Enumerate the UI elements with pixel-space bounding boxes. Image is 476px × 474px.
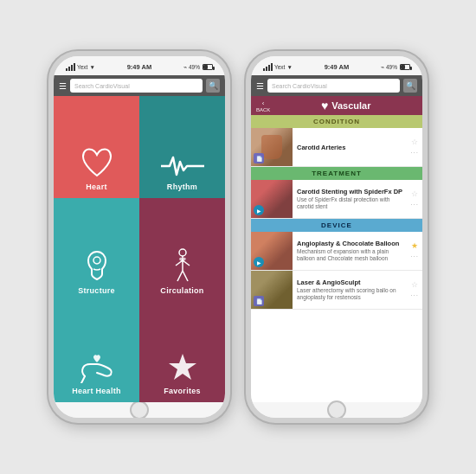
home-status-bar: Yext ▼ 9:49 AM ⌁ 49% [54, 56, 225, 75]
nav-title-area: ♥ Vascular [274, 99, 417, 112]
grid-item-heart[interactable]: Heart [54, 96, 139, 198]
condition-section-header: CONDITION [251, 115, 422, 128]
stenting-title: Carotid Stenting with SpiderFx DP [297, 188, 406, 195]
svg-line-5 [177, 271, 183, 281]
stenting-desc: Use of SpiderFx distal protection with c… [297, 196, 406, 211]
list-item-angioplasty[interactable]: ▶ Angioplasty & Chocolate Balloon Mechan… [251, 232, 422, 271]
nav-title: Vascular [331, 100, 370, 111]
circulation-label: Circulation [160, 286, 203, 295]
detail-hamburger-icon[interactable]: ☰ [256, 81, 264, 91]
carotid-content: Carotid Arteries [293, 140, 410, 155]
detail-phone-bottom [251, 402, 422, 418]
list-item-laser[interactable]: 📄 Laser & AngioSculpt Laser atherectomy … [251, 271, 422, 310]
list-item-stenting[interactable]: ▶ Carotid Stenting with SpiderFx DP Use … [251, 180, 422, 219]
laser-thumbnail: 📄 [251, 271, 293, 309]
svg-point-1 [179, 249, 186, 256]
home-search-button[interactable]: 🔍 [206, 79, 220, 93]
detail-status-bar: Yext ▼ 9:49 AM ⌁ 49% [251, 56, 422, 75]
stenting-content: Carotid Stenting with SpiderFx DP Use of… [293, 184, 410, 215]
home-search-bar: ☰ Search CardioVisual 🔍 [54, 75, 225, 96]
carotid-thumbnail: 📄 [251, 128, 293, 166]
doc-icon-2: 📄 [254, 296, 264, 306]
home-phone: Yext ▼ 9:49 AM ⌁ 49% ☰ Search CardioVisu… [48, 51, 230, 423]
stenting-actions: ☆ ··· [410, 189, 422, 208]
list-item-carotid[interactable]: 📄 Carotid Arteries ☆ ··· [251, 128, 422, 167]
stenting-thumbnail: ▶ [251, 180, 293, 218]
angioplasty-actions: ★ ··· [410, 241, 422, 260]
detail-phone: Yext ▼ 9:49 AM ⌁ 49% ☰ Search CardioVisu… [246, 51, 428, 423]
home-battery: ⌁ 49% [183, 64, 213, 71]
laser-content: Laser & AngioSculpt Laser atherectomy wi… [293, 275, 410, 305]
grid-item-circulation[interactable]: Circulation [139, 198, 225, 302]
detail-home-button[interactable] [327, 400, 346, 420]
detail-battery: ⌁ 49% [381, 64, 410, 71]
grid-item-favorites[interactable]: Favorites [139, 302, 225, 402]
doc-icon: 📄 [254, 153, 264, 163]
angioplasty-thumbnail: ▶ [251, 232, 293, 270]
home-screen: ☰ Search CardioVisual 🔍 Heart Rhythm [54, 75, 225, 402]
detail-search-button[interactable]: 🔍 [403, 79, 417, 93]
home-phone-bottom [54, 402, 225, 418]
hamburger-icon[interactable]: ☰ [59, 81, 67, 91]
circulation-icon [169, 248, 196, 283]
play-icon-2: ▶ [254, 257, 264, 267]
health-label: Heart Health [72, 387, 121, 395]
grid-item-structure[interactable]: Structure [54, 198, 139, 302]
rhythm-label: Rhythm [167, 183, 197, 191]
favorites-label: Favorites [164, 387, 201, 395]
home-button[interactable] [130, 400, 149, 420]
detail-screen: ☰ Search CardioVisual 🔍 ‹ BACK ♥ Vascula… [251, 75, 422, 402]
treatment-section-header: TREATMENT [251, 167, 422, 180]
laser-more-button[interactable]: ··· [410, 291, 419, 299]
carotid-actions: ☆ ··· [410, 138, 422, 157]
home-time: 9:49 AM [127, 63, 151, 71]
laser-actions: ☆ ··· [410, 280, 422, 299]
grid-item-rhythm[interactable]: Rhythm [139, 96, 225, 198]
carotid-title: Carotid Arteries [297, 144, 406, 151]
detail-time: 9:49 AM [325, 63, 349, 71]
structure-icon [81, 250, 113, 283]
home-search-input[interactable]: Search CardioVisual [70, 79, 203, 93]
angioplasty-title: Angioplasty & Chocolate Balloon [297, 240, 406, 247]
favorites-icon [167, 352, 198, 383]
health-icon [78, 352, 116, 383]
angioplasty-desc: Mechanism of expansion with a plain ball… [297, 248, 406, 263]
structure-label: Structure [78, 286, 115, 295]
stenting-more-button[interactable]: ··· [410, 201, 419, 208]
back-button[interactable]: ‹ BACK [256, 99, 270, 112]
device-section-header: DEVICE [251, 219, 422, 232]
carotid-more-button[interactable]: ··· [410, 149, 419, 157]
rhythm-icon [161, 153, 204, 179]
svg-line-6 [183, 271, 188, 281]
vascular-icon: ♥ [321, 99, 328, 112]
heart-icon [80, 146, 114, 179]
laser-title: Laser & AngioSculpt [297, 279, 406, 286]
detail-nav-bar: ‹ BACK ♥ Vascular [251, 96, 422, 115]
home-carrier: Yext ▼ [66, 63, 95, 71]
back-chevron-icon: ‹ [262, 99, 265, 107]
stenting-star-button[interactable]: ☆ [411, 189, 418, 198]
angioplasty-more-button[interactable]: ··· [410, 253, 419, 260]
laser-star-button[interactable]: ☆ [411, 280, 418, 289]
grid-item-health[interactable]: Heart Health [54, 302, 139, 402]
carotid-star-button[interactable]: ☆ [411, 138, 418, 146]
svg-point-0 [93, 257, 100, 264]
svg-marker-7 [169, 354, 196, 380]
home-grid: Heart Rhythm Structure [54, 96, 225, 402]
angioplasty-content: Angioplasty & Chocolate Balloon Mechanis… [293, 236, 410, 266]
detail-search-bar: ☰ Search CardioVisual 🔍 [251, 75, 422, 96]
play-icon: ▶ [254, 205, 264, 215]
laser-desc: Laser atherectomy with scoring ballo on … [297, 287, 406, 302]
heart-label: Heart [86, 183, 107, 191]
angioplasty-star-button[interactable]: ★ [411, 241, 418, 250]
detail-search-input[interactable]: Search CardioVisual [267, 79, 400, 93]
detail-carrier: Yext ▼ [263, 63, 293, 71]
